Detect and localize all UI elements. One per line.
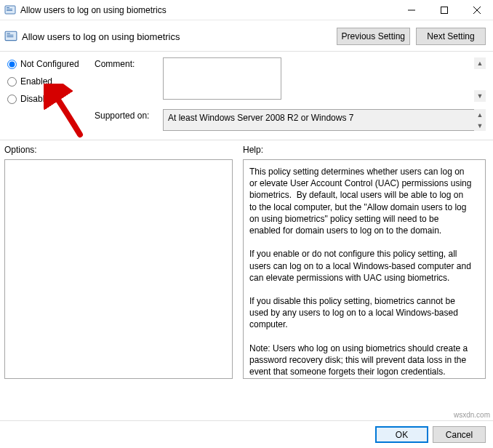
- help-text[interactable]: This policy setting determines whether u…: [243, 159, 486, 379]
- maximize-button[interactable]: [428, 0, 460, 20]
- radio-not-configured-input[interactable]: [7, 60, 17, 69]
- comment-field[interactable]: [163, 57, 281, 100]
- titlebar: Allow users to log on using biometrics: [0, 0, 493, 20]
- comment-label: Comment:: [95, 57, 157, 102]
- scroll-down-icon[interactable]: ▼: [474, 120, 486, 131]
- svg-rect-2: [7, 9, 12, 9]
- page-title: Allow users to log on using biometrics: [22, 31, 331, 42]
- options-label: Options:: [4, 145, 233, 155]
- radio-label: Enabled: [20, 76, 52, 87]
- help-label: Help:: [243, 145, 486, 155]
- header-row: Allow users to log on using biometrics P…: [0, 20, 493, 52]
- policy-icon: [4, 30, 17, 43]
- svg-rect-0: [5, 6, 15, 14]
- radio-label: Disabled: [20, 94, 55, 104]
- radio-enabled[interactable]: Enabled: [7, 76, 95, 87]
- supported-on-label: Supported on:: [95, 109, 157, 131]
- radio-label: Not Configured: [20, 59, 79, 69]
- options-box: [4, 159, 233, 379]
- svg-rect-3: [7, 10, 12, 11]
- svg-rect-8: [5, 31, 17, 40]
- svg-rect-11: [7, 36, 13, 37]
- window-title: Allow users to log on using biometrics: [20, 5, 395, 15]
- state-radio-group: Not Configured Enabled Disabled: [7, 57, 95, 131]
- radio-not-configured[interactable]: Not Configured: [7, 59, 95, 69]
- svg-rect-1: [7, 7, 9, 8]
- svg-rect-5: [441, 7, 447, 13]
- radio-enabled-input[interactable]: [7, 77, 17, 87]
- svg-rect-9: [7, 33, 10, 34]
- close-button[interactable]: [460, 0, 493, 20]
- previous-setting-button[interactable]: Previous Setting: [337, 28, 410, 45]
- scroll-up-icon[interactable]: ▲: [474, 109, 486, 120]
- scroll-up-icon[interactable]: ▲: [474, 57, 486, 69]
- policy-icon: [4, 4, 16, 16]
- ok-button[interactable]: OK: [375, 426, 428, 443]
- watermark: wsxdn.com: [454, 411, 490, 419]
- supported-on-field: At least Windows Server 2008 R2 or Windo…: [163, 109, 486, 131]
- svg-rect-10: [7, 35, 13, 36]
- radio-disabled-input[interactable]: [7, 95, 17, 104]
- config-area: Not Configured Enabled Disabled Comment:…: [0, 52, 493, 140]
- radio-disabled[interactable]: Disabled: [7, 94, 95, 104]
- footer: OK Cancel: [0, 420, 493, 448]
- lower-area: Options: Help: This policy setting deter…: [0, 140, 493, 383]
- minimize-button[interactable]: [395, 0, 428, 20]
- scroll-down-icon[interactable]: ▼: [474, 90, 486, 102]
- next-setting-button[interactable]: Next Setting: [416, 28, 486, 45]
- cancel-button[interactable]: Cancel: [433, 426, 486, 443]
